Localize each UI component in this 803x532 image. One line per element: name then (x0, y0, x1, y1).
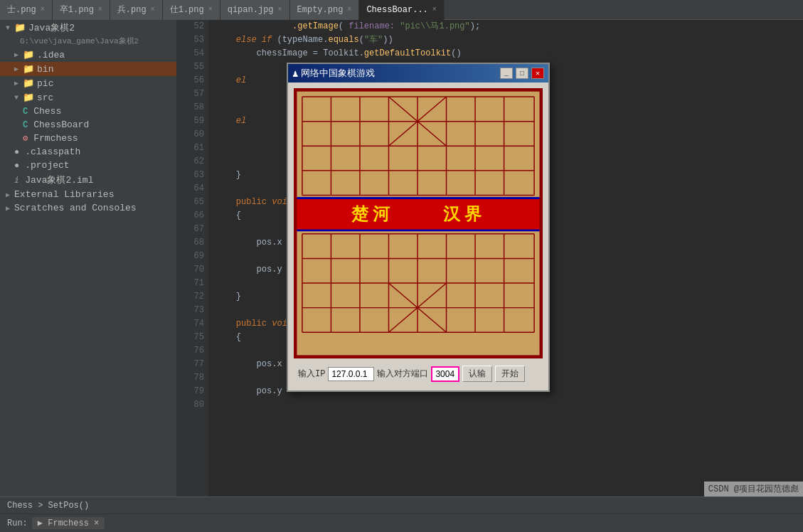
tab-shi-close[interactable]: × (41, 6, 45, 14)
tab-empty-label: Empty.png (297, 5, 344, 15)
sidebar-item-chess[interactable]: C Chess (0, 105, 176, 118)
line-numbers: 52535455 56575859 60616263 64656667 6869… (176, 20, 208, 496)
svg-text:楚 河: 楚 河 (351, 205, 390, 223)
watermark-text: CSDN @项目花园范德彪 (708, 484, 799, 494)
expand-arrow: ▼ (6, 24, 10, 32)
pic-folder-icon: 📁 (23, 78, 34, 89)
watermark: CSDN @项目花园范德彪 (704, 482, 803, 496)
root-folder-icon: 📁 (14, 22, 26, 33)
tab-empty-close[interactable]: × (347, 6, 351, 14)
bin-label: bin (37, 64, 53, 75)
tab-shi1-label: 仕1.png (170, 4, 204, 16)
frmchess-label: Frmchess (33, 133, 78, 144)
idea-folder-icon: 📁 (23, 49, 34, 60)
src-arrow: ▼ (14, 94, 18, 102)
confirm-button[interactable]: 认输 (462, 366, 492, 382)
pic-label: pic (37, 78, 53, 89)
sidebar-item-idea[interactable]: ▶ 📁 .idea (0, 48, 176, 62)
chess-board: 楚 河 汉 界 (294, 88, 543, 358)
tab-bing-close[interactable]: × (151, 6, 155, 14)
game-bottom-bar: 输入IP 输入对方端口 认输 开始 (294, 363, 543, 385)
start-button[interactable]: 开始 (495, 366, 525, 382)
chess-label: Chess (33, 106, 61, 117)
scratch-arrow: ▶ (6, 204, 10, 213)
sidebar-item-pic[interactable]: ▶ 📁 pic (0, 76, 176, 90)
tab-bing-label: 兵.png (117, 4, 147, 16)
tab-chessboard[interactable]: ChessBoar... × (359, 0, 444, 20)
iml-label: Java象棋2.iml (25, 174, 93, 186)
game-title-bar: ♟ 网络中国象棋游戏 _ □ ✕ (288, 64, 548, 83)
pic-arrow: ▶ (14, 79, 18, 87)
code-line-53: else if (typeName.equals("车")) (216, 33, 796, 47)
svg-rect-18 (295, 198, 541, 230)
code-line-54: chessImage = Toolkit.getDefaultToolkit() (216, 47, 796, 60)
tab-shi1[interactable]: 仕1.png × (163, 0, 220, 20)
tab-zu[interactable]: 卒1.png × (53, 0, 110, 20)
sidebar-item-ext-libs[interactable]: ▶ External Libraries (0, 188, 176, 201)
code-editor: 52535455 56575859 60616263 64656667 6869… (176, 20, 803, 496)
project-label: .project (25, 160, 69, 171)
scratches-label: Scratches and Consoles (14, 203, 137, 213)
tab-qipan[interactable]: qipan.jpg × (220, 0, 290, 20)
bin-folder-icon: 📁 (23, 63, 34, 75)
ext-arrow: ▶ (6, 191, 10, 199)
run-tag-close[interactable]: × (94, 518, 99, 528)
maximize-button[interactable]: □ (516, 68, 528, 79)
sidebar-item-scratches[interactable]: ▶ Scratches and Consoles (0, 201, 176, 215)
tab-zu-close[interactable]: × (98, 6, 102, 14)
status-bar: Chess > SetPos() (0, 496, 803, 514)
project-file-icon: ● (14, 161, 19, 171)
minimize-button[interactable]: _ (500, 68, 513, 79)
tab-chessboard-label: ChessBoar... (366, 5, 427, 15)
ip-input[interactable] (328, 367, 374, 381)
sidebar-project-root[interactable]: ▼ 📁 Java象棋2 (0, 20, 176, 36)
classpath-icon: ● (14, 147, 19, 157)
title-icon: ♟ (292, 68, 298, 80)
ext-libs-label: External Libraries (14, 189, 114, 200)
classpath-label: .classpath (25, 147, 80, 157)
run-label: Run: (7, 518, 28, 528)
close-button[interactable]: ✕ (531, 68, 544, 79)
tab-empty[interactable]: Empty.png × (290, 0, 360, 20)
idea-arrow: ▶ (14, 50, 18, 59)
board-svg: 楚 河 汉 界 (295, 90, 541, 357)
port-label: 输入对方端口 (377, 368, 428, 380)
iml-icon: ⅈ (14, 175, 19, 186)
game-title: 网络中国象棋游戏 (301, 67, 497, 80)
breadcrumb: Chess > SetPos() (7, 501, 89, 511)
frmchess-file-icon: ⚙ (23, 133, 28, 144)
tab-bar: 士.png × 卒1.png × 兵.png × 仕1.png × qipan.… (0, 0, 803, 20)
tab-chessboard-close[interactable]: × (432, 6, 437, 14)
sidebar-item-chessboard[interactable]: C ChessBoard (0, 118, 176, 132)
sidebar-project-name: Java象棋2 (28, 21, 75, 34)
game-body: 楚 河 汉 界 (288, 83, 548, 390)
game-window: ♟ 网络中国象棋游戏 _ □ ✕ (287, 63, 550, 392)
sidebar-item-src[interactable]: ▼ 📁 src (0, 90, 176, 105)
run-process-icon: ▶ (38, 518, 43, 528)
sidebar: ▼ 📁 Java象棋2 G:\vue\java_game\Java象棋2 ▶ 📁… (0, 20, 176, 496)
run-tag-label: Frmchess (48, 518, 89, 528)
sidebar-item-bin[interactable]: ▶ 📁 bin (0, 62, 176, 76)
chessboard-file-icon: C (23, 120, 28, 130)
run-tag[interactable]: ▶ Frmchess × (32, 517, 105, 529)
src-folder-icon: 📁 (23, 92, 34, 103)
tab-qipan-close[interactable]: × (278, 6, 282, 14)
main-area: ▼ 📁 Java象棋2 G:\vue\java_game\Java象棋2 ▶ 📁… (0, 20, 803, 496)
idea-label: .idea (37, 50, 65, 60)
code-line-52: .getImage( filename: "pic\\马1.png"); (216, 20, 796, 33)
tab-shi[interactable]: 士.png × (0, 0, 53, 20)
tab-shi1-close[interactable]: × (208, 6, 213, 14)
ip-label: 输入IP (298, 368, 325, 380)
sidebar-item-classpath[interactable]: ● .classpath (0, 145, 176, 159)
tab-shi-label: 士.png (7, 4, 36, 16)
sidebar-item-iml[interactable]: ⅈ Java象棋2.iml (0, 172, 176, 188)
project-path: G:\vue\java_game\Java象棋2 (0, 36, 176, 48)
src-label: src (37, 92, 53, 103)
svg-text:汉 界: 汉 界 (443, 205, 482, 223)
run-bar: Run: ▶ Frmchess × (0, 514, 803, 532)
tab-bing[interactable]: 兵.png × (110, 0, 163, 20)
sidebar-item-project[interactable]: ● .project (0, 159, 176, 172)
chessboard-label: ChessBoard (33, 119, 89, 130)
sidebar-item-frmchess[interactable]: ⚙ Frmchess (0, 132, 176, 145)
port-input[interactable] (431, 366, 459, 382)
